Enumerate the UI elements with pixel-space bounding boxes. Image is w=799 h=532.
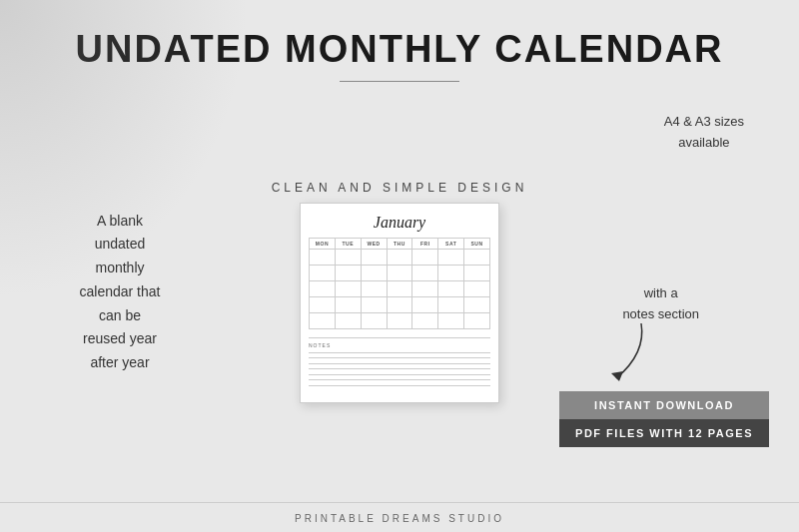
cal-day-header: FRI [412,238,438,249]
cal-week-row [310,312,490,328]
cal-cell [335,312,361,328]
desc-line6: reused year [83,330,157,346]
cal-cell [361,265,387,280]
cal-day-header: WED [361,238,387,249]
cal-cell [310,296,336,312]
left-description: A blank undated monthly calendar that ca… [55,209,185,375]
cal-cell [412,265,438,280]
cal-week-row [310,280,490,296]
cal-cell [310,312,336,328]
right-top-line1: A4 & A3 sizes [664,114,744,129]
notes-line-7 [309,385,490,386]
cal-cell [438,296,464,312]
subtitle: CLEAN AND SIMPLE DESIGN [272,181,528,195]
cal-cell [361,312,387,328]
cal-cell [335,296,361,312]
cal-cell [438,312,464,328]
cal-cell [387,280,412,296]
notes-line-1 [309,352,490,353]
notes-line-5 [309,374,490,375]
cal-cell [361,280,387,296]
cal-cell [335,249,361,265]
desc-line1: A blank [97,212,143,228]
cal-cell [412,296,438,312]
notes-line-4 [309,368,490,369]
desc-line3: monthly [95,260,144,275]
cal-cell [310,249,336,265]
desc-line4: calendar that [80,283,161,299]
cal-day-header: TUE [335,238,361,249]
cal-cell [412,249,438,265]
cal-cell [335,280,361,296]
cal-cell [464,265,490,280]
cal-day-header: THU [387,238,412,249]
cal-week-row [310,249,490,265]
cal-cell [438,249,464,265]
cal-day-header: MON [310,238,336,249]
cal-cell [438,265,464,280]
cal-cell [387,296,412,312]
badges-container: INSTANT DOWNLOAD PDF FILES WITH 12 PAGES [559,391,769,447]
center-column: CLEAN AND SIMPLE DESIGN January MONTUEWE… [272,181,528,404]
cal-cell [464,296,490,312]
desc-line7: after year [90,354,149,370]
cal-cell [310,265,336,280]
calendar-grid: MONTUEWEDTHUFRISATSUN [309,238,490,329]
cal-cell [310,280,336,296]
main-title: UNDATED MONTHLY CALENDAR [76,28,724,71]
pdf-info-badge: PDF FILES WITH 12 PAGES [559,419,769,447]
cal-cell [464,280,490,296]
content-area: A blank undated monthly calendar that ca… [0,82,799,502]
cal-day-header: SUN [464,238,490,249]
cal-week-row [310,296,490,312]
right-top-text: A4 & A3 sizes available [664,112,744,154]
cal-day-header: SAT [438,238,464,249]
calendar-month-title: January [309,214,490,232]
desc-line5: can be [99,306,141,322]
cal-cell [387,265,412,280]
desc-line2: undated [95,236,146,252]
cal-cell [412,280,438,296]
cal-cell [335,265,361,280]
cal-cell [387,249,412,265]
svg-marker-0 [611,371,623,381]
cal-cell [464,249,490,265]
instant-download-badge: INSTANT DOWNLOAD [559,391,769,419]
notes-line-2 [309,357,490,358]
notes-label: NOTES [309,342,490,348]
right-top-line2: available [678,135,729,150]
footer: PRINTABLE DREAMS STUDIO [0,502,799,532]
cal-cell [412,312,438,328]
calendar-card: January MONTUEWEDTHUFRISATSUN NOTES [300,203,499,404]
notes-ann-line1: with a [644,285,678,300]
arrow-icon [591,313,651,383]
cal-cell [387,312,412,328]
cal-week-row [310,265,490,280]
cal-cell [361,296,387,312]
cal-cell [438,280,464,296]
cal-cell [361,249,387,265]
cal-cell [464,312,490,328]
notes-line-3 [309,363,490,364]
notes-section: NOTES [309,337,490,386]
notes-line-6 [309,379,490,380]
